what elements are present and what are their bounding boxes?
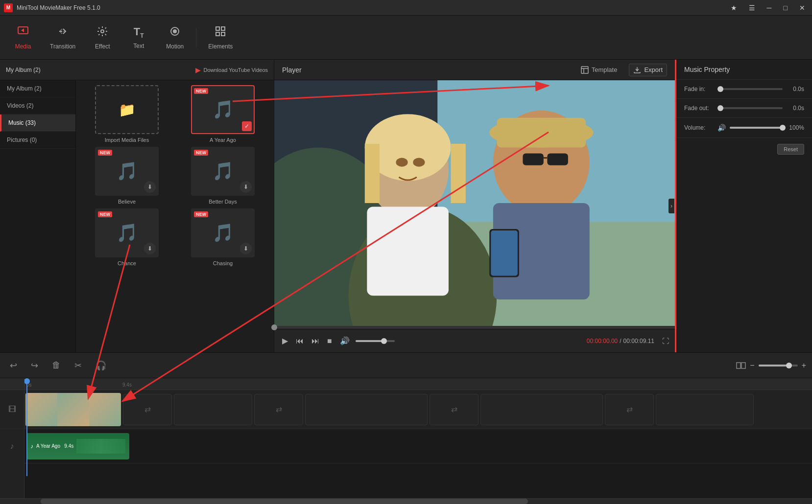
zoom-out-btn[interactable]: − <box>750 361 754 370</box>
effect-label: Effect <box>95 43 110 50</box>
player-header: Player Template Export <box>274 60 675 80</box>
media-item-chance[interactable]: NEW 🎵 ⬇ Chance <box>81 208 173 266</box>
menu-btn[interactable]: ☰ <box>746 3 758 13</box>
download-youtube-btn[interactable]: ▶ Download YouTube Videos <box>195 66 268 74</box>
title-bar-right: ★ ☰ ─ □ ✕ <box>728 3 808 13</box>
volume-property-slider[interactable] <box>730 127 783 129</box>
video-frame <box>274 80 675 326</box>
video-clip[interactable] <box>25 393 121 426</box>
right-panel-collapse-btn[interactable]: › <box>669 199 674 213</box>
media-thumb-chance[interactable]: NEW 🎵 ⬇ <box>95 208 159 257</box>
redo-btn[interactable]: ↪ <box>27 358 42 373</box>
transition-slot-2[interactable]: ⇄ <box>254 394 303 425</box>
download-btn-better-days[interactable]: ⬇ <box>240 181 252 193</box>
media-thumb-a-year-ago[interactable]: NEW 🎵 ✓ <box>191 85 255 134</box>
text-label: Text <box>133 43 144 49</box>
toolbar-text[interactable]: TT Text <box>121 22 156 53</box>
media-thumb-chasing[interactable]: NEW 🎵 ⬇ <box>191 208 255 257</box>
time-current: 00:00:00.00 <box>587 338 618 344</box>
nav-pictures[interactable]: Pictures (0) <box>0 132 75 149</box>
svg-rect-16 <box>367 207 449 296</box>
volume-icon: 🔊 <box>717 124 726 132</box>
empty-clip-3 <box>305 394 428 425</box>
prev-frame-btn[interactable]: ⏮ <box>294 335 306 347</box>
minimize-btn[interactable]: ─ <box>764 3 775 13</box>
media-grid: 📁 Import Media Files NEW 🎵 ✓ A Year Ago <box>76 80 274 352</box>
effect-icon <box>96 25 108 40</box>
play-btn[interactable]: ▶ <box>280 334 290 347</box>
zoom-in-btn[interactable]: + <box>802 361 806 370</box>
scrollbar-thumb[interactable] <box>41 499 528 504</box>
timeline-zoom: − + <box>736 361 806 370</box>
close-btn[interactable]: ✕ <box>796 3 808 13</box>
progress-bar[interactable] <box>274 326 675 329</box>
app-icon: M <box>4 3 13 12</box>
toolbar-media[interactable]: Media <box>6 22 40 54</box>
ruler-spacer <box>0 378 24 390</box>
media-item-a-year-ago[interactable]: NEW 🎵 ✓ A Year Ago <box>177 85 269 143</box>
media-thumb-better-days[interactable]: NEW 🎵 ⬇ <box>191 147 255 196</box>
toolbar-elements[interactable]: Elements <box>200 22 240 54</box>
media-item-better-days[interactable]: NEW 🎵 ⬇ Better Days <box>177 147 269 205</box>
fade-out-thumb[interactable] <box>717 105 723 111</box>
transition-slot-1[interactable]: ⇄ <box>123 394 172 425</box>
media-item-chasing[interactable]: NEW 🎵 ⬇ Chasing <box>177 208 269 266</box>
toolbar-effect[interactable]: Effect <box>85 22 119 54</box>
transition-slot-4[interactable]: ⇄ <box>605 394 654 425</box>
nav-videos[interactable]: Videos (2) <box>0 97 75 115</box>
toolbar-separator <box>196 28 196 47</box>
reset-btn[interactable]: Reset <box>777 144 804 155</box>
fullscreen-btn[interactable]: ⛶ <box>662 337 669 345</box>
next-frame-btn[interactable]: ⏭ <box>310 335 321 347</box>
cut-btn[interactable]: ✂ <box>71 358 86 373</box>
fade-in-thumb[interactable] <box>717 86 723 92</box>
audio-clip[interactable]: ♪ A Year Ago 9.4s <box>26 433 129 459</box>
stop-btn[interactable]: ■ <box>325 335 334 347</box>
volume-thumb[interactable] <box>381 338 387 344</box>
delete-btn[interactable]: 🗑 <box>48 358 65 372</box>
transition-slot-3[interactable]: ⇄ <box>430 394 478 425</box>
video-track: ⇄ ⇄ ⇄ ⇄ <box>24 390 812 429</box>
volume-property-thumb[interactable] <box>780 125 786 131</box>
zoom-slider[interactable] <box>759 365 798 367</box>
new-badge-chance: NEW <box>98 211 112 217</box>
maximize-btn[interactable]: □ <box>781 3 790 13</box>
audio-clip-label: A Year Ago 9.4s <box>36 443 73 449</box>
import-thumb[interactable]: 📁 <box>95 85 159 134</box>
toolbar-motion[interactable]: Motion <box>158 22 192 54</box>
download-btn-chance[interactable]: ⬇ <box>144 243 156 254</box>
toolbar-transition[interactable]: Transition <box>42 22 83 54</box>
media-item-believe[interactable]: NEW 🎵 ⬇ Believe <box>81 147 173 205</box>
audio-btn[interactable]: 🎧 <box>92 358 110 373</box>
new-badge-believe: NEW <box>98 150 112 156</box>
progress-thumb[interactable] <box>271 324 277 330</box>
import-media-item[interactable]: 📁 Import Media Files <box>81 85 173 143</box>
fade-in-slider[interactable] <box>717 88 783 90</box>
fade-out-slider[interactable] <box>717 107 783 109</box>
undo-btn[interactable]: ↩ <box>6 358 21 373</box>
media-thumb-believe[interactable]: NEW 🎵 ⬇ <box>95 147 159 196</box>
left-panel-nav: My Album (2) Videos (2) Music (33) Pictu… <box>0 80 76 352</box>
svg-point-27 <box>413 158 425 167</box>
timeline-tracks: 0s 9.4s ⇄ <box>24 378 812 498</box>
export-btn[interactable]: Export <box>629 64 667 76</box>
svg-rect-33 <box>737 363 740 368</box>
horizontal-scrollbar[interactable] <box>0 498 812 504</box>
music-property-header: Music Property <box>676 60 812 80</box>
download-btn-believe[interactable]: ⬇ <box>144 181 156 193</box>
music-icon-chasing: 🎵 <box>212 223 234 243</box>
fade-in-label: Fade in: <box>684 86 714 92</box>
nav-my-album[interactable]: My Album (2) <box>0 80 75 97</box>
time-display: 00:00:00.00 / 00:00:09.11 <box>587 338 654 344</box>
video-clip-thumb-2 <box>57 393 89 426</box>
mute-btn[interactable]: 🔊 <box>338 334 352 347</box>
media-label-a-year-ago: A Year Ago <box>210 137 236 143</box>
download-btn-chasing[interactable]: ⬇ <box>240 243 252 254</box>
nav-music[interactable]: Music (33) <box>0 115 75 132</box>
volume-slider[interactable] <box>356 340 395 342</box>
zoom-thumb[interactable] <box>786 363 792 368</box>
svg-rect-23 <box>497 118 586 148</box>
star-btn[interactable]: ★ <box>728 3 740 13</box>
elements-icon <box>215 25 226 40</box>
template-btn[interactable]: Template <box>577 64 621 76</box>
